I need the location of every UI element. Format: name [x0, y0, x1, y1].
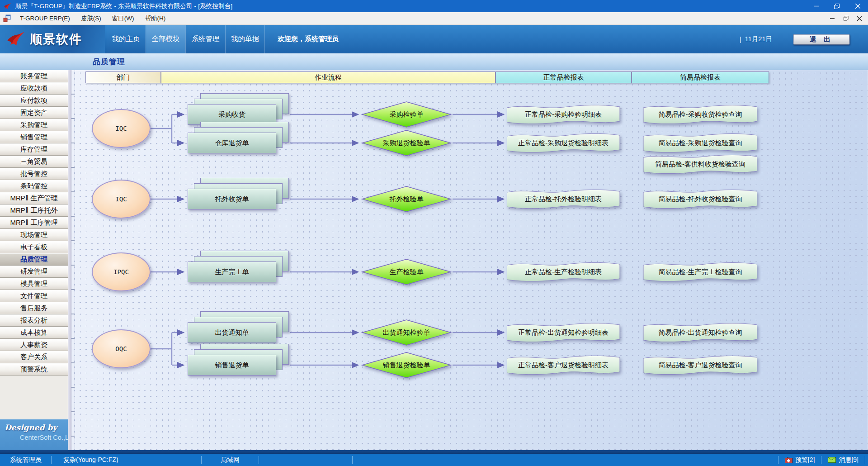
sidebar-item-7[interactable]: 三角贸易	[0, 156, 68, 168]
normal-report-node[interactable]: 正常品检-采购退货检验明细表	[507, 133, 620, 153]
page-title: 品质管理	[93, 57, 125, 67]
mdi-close-icon[interactable]	[853, 12, 866, 24]
sidebar-item-21[interactable]: 成本核算	[0, 327, 68, 339]
sidebar-splitter[interactable]	[68, 70, 71, 450]
sidebar-item-15[interactable]: 品质管理	[0, 253, 68, 266]
minimize-icon[interactable]	[806, 0, 826, 12]
process-node[interactable]: 仓库退货单	[188, 122, 289, 153]
mdi-restore-icon[interactable]	[839, 12, 853, 24]
header-tabs: 我的主页全部模块系统管理我的单据	[106, 25, 265, 53]
sidebar-item-23[interactable]: 客户关系	[0, 351, 68, 363]
normal-report-node[interactable]: 正常品检-生产检验明细表	[507, 262, 620, 282]
inspection-diamond[interactable]: 生产检验单	[361, 259, 452, 285]
process-node[interactable]: 出货通知单	[188, 311, 289, 343]
sidebar-item-2[interactable]: 应付款项	[0, 95, 68, 107]
inspection-diamond[interactable]: 采购退货检验单	[361, 130, 452, 156]
window-title: 顺景『T-GROUP』制造业ERP系统 - 东莞顺景软件科技有限公司 - [系统…	[15, 2, 806, 10]
simple-report-node[interactable]: 简易品检-托外收货检验查询	[643, 189, 757, 209]
alerts-indicator[interactable]: 预警[2]	[778, 454, 821, 466]
sidebar-item-10[interactable]: MRPⅡ 生产管理	[0, 192, 68, 204]
sidebar-item-16[interactable]: 研发管理	[0, 266, 68, 278]
simple-report-node[interactable]: 简易品检-采购退货检验查询	[643, 133, 757, 153]
department-ellipse: OQC	[92, 329, 151, 368]
company-text: CenterSoft Co.,Ltd.	[5, 434, 65, 441]
sidebar-item-24[interactable]: 预警系统	[0, 363, 68, 376]
tab-1[interactable]: 全部模块	[146, 25, 185, 53]
date-display: | 11月21日	[740, 25, 772, 53]
inspection-diamond[interactable]: 采购检验单	[361, 101, 452, 128]
department-ellipse: IQC	[92, 109, 151, 148]
sidebar-item-3[interactable]: 固定资产	[0, 107, 68, 119]
sidebar-item-11[interactable]: MRPⅡ 工序托外	[0, 204, 68, 217]
sidebar-item-9[interactable]: 条码管控	[0, 180, 68, 192]
alert-kit-icon	[785, 457, 793, 463]
simple-report-node[interactable]: 简易品检-采购收货检验查询	[643, 104, 757, 125]
process-node[interactable]: 托外收货单	[188, 178, 289, 209]
simple-report-node[interactable]: 简易品检-客户退货检验查询	[643, 355, 757, 376]
process-node[interactable]: 销售退货单	[188, 344, 289, 376]
simple-report-node[interactable]: 简易品检-出货通知检验查询	[643, 322, 757, 343]
messages-indicator[interactable]: 消息[9]	[821, 454, 865, 466]
status-network: 局域网	[202, 454, 259, 466]
sidebar-item-20[interactable]: 报表分析	[0, 314, 68, 327]
sidebar-item-6[interactable]: 库存管理	[0, 143, 68, 156]
designed-by-text: Designed by	[5, 423, 65, 432]
sidebar-footer: Designed by CenterSoft Co.,Ltd.	[0, 419, 68, 450]
sidebar-item-19[interactable]: 售后服务	[0, 302, 68, 314]
menu-bar: T-GROUP ERP(E)皮肤(S)窗口(W)帮助(H)	[0, 12, 868, 25]
menubar-items: T-GROUP ERP(E)皮肤(S)窗口(W)帮助(H)	[14, 12, 171, 24]
app-header: 顺景软件 我的主页全部模块系统管理我的单据 欢迎您，系统管理员 | 11月21日…	[0, 25, 868, 53]
sidebar-item-14[interactable]: 电子看板	[0, 241, 68, 253]
process-node[interactable]: 生产完工单	[188, 251, 289, 282]
simple-report-node[interactable]: 简易品检-生产完工检验查询	[643, 262, 757, 282]
status-workstation: 复杂(Young-PC:FZ)	[52, 454, 201, 466]
department-ellipse: IQC	[92, 180, 151, 219]
normal-report-node[interactable]: 正常品检-客户退货检验明细表	[507, 355, 620, 376]
page-banner: 品质管理	[0, 53, 868, 70]
welcome-text: 欢迎您，系统管理员	[278, 25, 339, 53]
date-text: 11月21日	[745, 35, 772, 43]
sidebar-item-12[interactable]: MRPⅡ 工序管理	[0, 217, 68, 229]
process-node[interactable]: 采购收货	[188, 93, 289, 125]
tab-0[interactable]: 我的主页	[106, 25, 146, 53]
bottom-divider	[0, 450, 868, 454]
sidebar-item-5[interactable]: 销售管理	[0, 131, 68, 143]
tab-2[interactable]: 系统管理	[185, 25, 225, 53]
normal-report-node[interactable]: 正常品检-出货通知检验明细表	[507, 322, 620, 343]
sidebar-item-4[interactable]: 采购管理	[0, 119, 68, 131]
normal-report-node[interactable]: 正常品检-托外检验明细表	[507, 189, 620, 209]
simple-report-node[interactable]: 简易品检-客供料收货检验查询	[643, 154, 757, 175]
sidebar-items: 账务管理应收款项应付款项固定资产采购管理销售管理库存管理三角贸易批号管控条码管控…	[0, 70, 68, 376]
sidebar-item-8[interactable]: 批号管控	[0, 168, 68, 180]
menu-item-2[interactable]: 窗口(W)	[107, 12, 140, 24]
column-header-department: 部门	[85, 71, 161, 83]
sidebar-item-22[interactable]: 人事薪资	[0, 339, 68, 351]
column-header-simple-report: 简易品检报表	[632, 71, 769, 83]
sidebar-item-18[interactable]: 文件管理	[0, 290, 68, 302]
sidebar-item-1[interactable]: 应收款项	[0, 82, 68, 95]
logo-area: 顺景软件	[0, 25, 105, 53]
message-envelope-icon	[828, 457, 836, 463]
inspection-diamond[interactable]: 销售退货检验单	[361, 352, 452, 378]
tab-3[interactable]: 我的单据	[225, 25, 265, 53]
menu-item-1[interactable]: 皮肤(S)	[75, 12, 107, 24]
normal-report-node[interactable]: 正常品检-采购检验明细表	[507, 104, 620, 125]
logo-text: 顺景软件	[30, 31, 82, 48]
department-ellipse: IPQC	[92, 252, 151, 291]
sidebar-item-0[interactable]: 账务管理	[0, 70, 68, 82]
window-titlebar: 顺景『T-GROUP』制造业ERP系统 - 东莞顺景软件科技有限公司 - [系统…	[0, 0, 868, 12]
mdi-minimize-icon[interactable]	[826, 12, 839, 24]
close-icon[interactable]	[847, 0, 868, 12]
menu-item-0[interactable]: T-GROUP ERP(E)	[14, 12, 75, 24]
menu-item-3[interactable]: 帮助(H)	[140, 12, 171, 24]
sidebar-item-17[interactable]: 模具管理	[0, 278, 68, 290]
column-header-process: 作业流程	[161, 71, 495, 83]
inspection-diamond[interactable]: 托外检验单	[361, 186, 452, 212]
restore-icon[interactable]	[826, 0, 847, 12]
sidebar-item-13[interactable]: 现场管理	[0, 229, 68, 241]
exit-button[interactable]: 退 出	[793, 34, 850, 45]
app-logo-icon	[4, 2, 12, 10]
erp-application-window: 顺景『T-GROUP』制造业ERP系统 - 东莞顺景软件科技有限公司 - [系统…	[0, 0, 868, 466]
status-bar: 系统管理员 复杂(Young-PC:FZ) 局域网 预警[2]	[0, 454, 868, 466]
inspection-diamond[interactable]: 出货通知检验单	[361, 319, 452, 346]
